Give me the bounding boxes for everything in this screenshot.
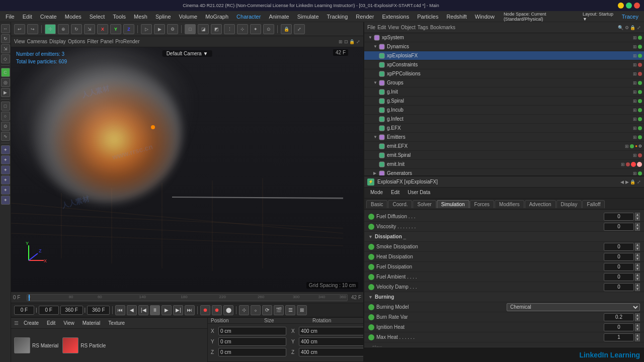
- prop-input-velocity-damp[interactable]: [604, 283, 634, 291]
- pb-power[interactable]: ⊞: [297, 305, 307, 315]
- menu-redshift[interactable]: Redshift: [443, 13, 470, 21]
- vp-btn-cam4[interactable]: ⋮: [224, 24, 235, 34]
- menu-create[interactable]: Create: [37, 13, 60, 21]
- tool-rotate[interactable]: ↻: [1, 34, 10, 43]
- scene-item-gspiral[interactable]: g.Spiral ⊞: [364, 97, 644, 106]
- menu-tools[interactable]: Tools: [109, 13, 129, 21]
- props-userdata-btn[interactable]: User Data: [405, 189, 433, 197]
- prop-spin-down-burn-rate-var[interactable]: ▼: [635, 317, 640, 321]
- props-mode-btn[interactable]: Mode: [367, 189, 386, 197]
- rp-nav-icons[interactable]: 🔍 ⚙ 🔒 ⤢: [618, 25, 641, 30]
- frame-end-input[interactable]: [60, 306, 83, 315]
- tool-sphere[interactable]: ○: [1, 112, 10, 121]
- menu-window[interactable]: Window: [471, 13, 498, 21]
- tool-render[interactable]: ▶: [1, 88, 10, 97]
- frame-start-input[interactable]: [39, 306, 59, 315]
- vp-btn-x[interactable]: X: [97, 24, 108, 34]
- pb-prev-frame[interactable]: |◀: [138, 305, 148, 315]
- rp-nav-file[interactable]: File: [367, 25, 375, 30]
- mat-item-rs-particle[interactable]: RS Particle: [62, 337, 106, 353]
- pb-end[interactable]: ⏭: [185, 305, 195, 315]
- scene-item-ginit[interactable]: g.Init ⊞: [364, 87, 644, 97]
- mat-create[interactable]: Create: [21, 320, 42, 326]
- menu-tracking[interactable]: Tracking: [324, 13, 352, 21]
- section-header-dissipation[interactable]: ▼ Dissipation _: [364, 232, 644, 242]
- pb-extra[interactable]: ☰: [285, 305, 295, 315]
- prop-spin-up-burn-rate-var[interactable]: ▲: [635, 313, 640, 317]
- frame-total-input[interactable]: [87, 306, 110, 315]
- tab-falloff[interactable]: Falloff: [582, 200, 605, 208]
- prop-spin-down-fuel-ambient[interactable]: ▼: [635, 277, 640, 281]
- menu-modes[interactable]: Modes: [61, 13, 85, 21]
- prop-spin-down-fuel-dissipation[interactable]: ▼: [635, 267, 640, 271]
- scene-item-gincub[interactable]: g.Incub ⊞: [364, 106, 644, 115]
- vp-sub-options[interactable]: Options: [68, 39, 85, 44]
- prop-input-fuel-ambient[interactable]: [604, 273, 634, 281]
- vp-btn-scale[interactable]: ⇲: [84, 24, 95, 34]
- vp-btn-z[interactable]: Z: [123, 24, 134, 34]
- menu-spline[interactable]: Spline: [152, 13, 175, 21]
- menu-file[interactable]: File: [2, 13, 18, 21]
- prop-spin-up-velocity-damp[interactable]: ▲: [635, 283, 640, 287]
- scene-item-xpconstraints[interactable]: xpConstraints ⊞: [364, 60, 644, 69]
- pb-prev[interactable]: ◀: [127, 305, 137, 315]
- tool-light[interactable]: ◎: [1, 78, 10, 87]
- rp-nav-bookmarks[interactable]: Bookmarks: [430, 25, 455, 30]
- tab-basic[interactable]: Basic: [366, 200, 387, 208]
- vp-btn-expand[interactable]: ⤢: [294, 24, 305, 34]
- tool-cylinder[interactable]: ⊙: [1, 122, 10, 131]
- vp-expand-icons[interactable]: ⊞ ⊡ 🔒 ⤢: [339, 39, 360, 44]
- menu-extensions[interactable]: Extensions: [378, 13, 413, 21]
- prop-spin-down-fuel-diffusion[interactable]: ▼: [635, 217, 640, 221]
- vp-btn-lock[interactable]: 🔒: [281, 24, 292, 34]
- vp-btn-rotate[interactable]: ↻: [71, 24, 82, 34]
- menu-particles[interactable]: Particles: [414, 13, 442, 21]
- tool-fx4[interactable]: ✦: [1, 175, 10, 185]
- prop-spin-down-heat-dissipation[interactable]: ▼: [635, 257, 640, 261]
- menu-edit[interactable]: Edit: [19, 13, 36, 21]
- scene-item-eminit[interactable]: emit.Init ⊞: [364, 160, 644, 169]
- prop-spin-up-fuel-dissipation[interactable]: ▲: [635, 263, 640, 267]
- prop-spin-down-ignition-heat[interactable]: ▼: [635, 327, 640, 331]
- vp-btn-move2[interactable]: ⊕: [58, 24, 69, 34]
- prop-spin-up-max-heat[interactable]: ▲: [635, 333, 640, 337]
- scene-item-groups[interactable]: ▼ Groups ⊞: [364, 78, 644, 87]
- prop-input-max-heat[interactable]: [604, 333, 634, 341]
- tab-advection[interactable]: Advection: [525, 200, 556, 208]
- vp-btn-y[interactable]: Y: [110, 24, 121, 34]
- prop-spin-up-smoke-dissipation[interactable]: ▲: [635, 243, 640, 247]
- vp-sub-panel[interactable]: Panel: [101, 39, 114, 44]
- scene-item-gefx[interactable]: g.EFX ⊞: [364, 124, 644, 133]
- tab-display[interactable]: Display: [556, 200, 582, 208]
- mat-hamburger[interactable]: ☰: [14, 320, 19, 326]
- tool-select[interactable]: ◇: [1, 54, 10, 63]
- tool-cube[interactable]: □: [1, 102, 10, 111]
- prop-spin-up-heat-dissipation[interactable]: ▲: [635, 253, 640, 257]
- viewport-camera-label[interactable]: Default Camera ▼: [163, 50, 212, 57]
- minimize-btn[interactable]: [618, 3, 624, 9]
- tab-forces[interactable]: Forces: [470, 200, 495, 208]
- scene-item-emspiral[interactable]: emit.Spiral ⊞: [364, 151, 644, 160]
- prop-spin-down-smoke-dissipation[interactable]: ▼: [635, 247, 640, 251]
- menu-volume[interactable]: Volume: [176, 13, 201, 21]
- scene-item-emefefx[interactable]: emit.EFX ⊞ ● ⊙: [364, 142, 644, 151]
- menu-mesh[interactable]: Mesh: [130, 13, 151, 21]
- vp-btn-cam2[interactable]: ◪: [198, 24, 209, 34]
- scene-item-xpsystem[interactable]: ▼ xpSystem ⊞: [364, 33, 644, 42]
- prop-dropdown-burning-model[interactable]: Chemical Physical: [507, 303, 640, 311]
- scene-item-emitters[interactable]: ▼ Emitters ⊞: [364, 133, 644, 142]
- vp-btn-move[interactable]: ☩: [45, 24, 56, 34]
- viewport-canvas[interactable]: X Y Z Number of emitters: 3 Total live p…: [11, 47, 363, 292]
- tool-fx2[interactable]: ✦: [1, 155, 10, 164]
- vp-btn-render2[interactable]: ▶: [154, 24, 165, 34]
- prop-spin-up-fuel-ambient[interactable]: ▲: [635, 273, 640, 277]
- vp-btn-cam3[interactable]: ◩: [211, 24, 222, 34]
- prop-input-ignition-heat[interactable]: [604, 323, 634, 331]
- prop-input-smoke-dissipation[interactable]: [604, 243, 634, 251]
- vp-sub-cameras[interactable]: Cameras: [27, 39, 48, 44]
- timeline-bar[interactable]: 0 80 60 140 180 220 260 300 340 360: [27, 294, 348, 301]
- prop-input-fuel-dissipation[interactable]: [604, 263, 634, 271]
- pb-next-frame[interactable]: ▶|: [173, 305, 183, 315]
- scene-item-dynamics[interactable]: ▼ Dynamics ⊞: [364, 42, 644, 51]
- props-nav-arrows[interactable]: ◀ ▶ 🔒 ⤢: [620, 179, 641, 185]
